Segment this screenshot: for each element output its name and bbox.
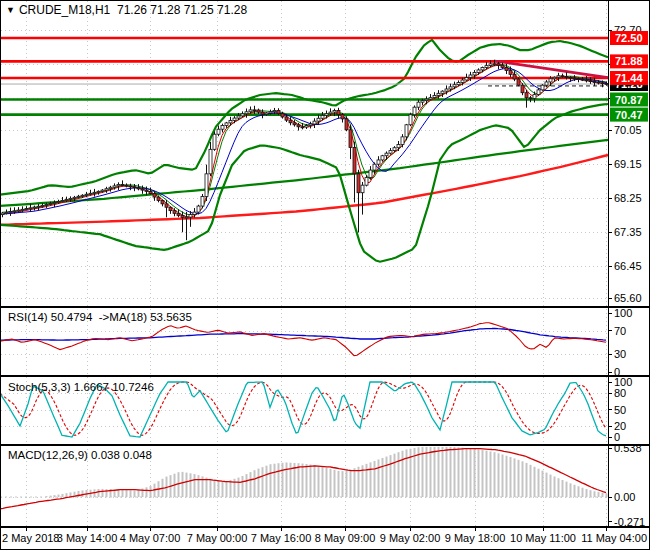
bear-candle [593, 81, 596, 82]
bull-candle [373, 164, 376, 170]
bull-candle [481, 67, 484, 70]
rsi-indicator-label: RSI(14) 50.4794 ->MA(18) 53.5635 [8, 311, 192, 323]
bear-candle [525, 93, 528, 98]
bear-candle [341, 115, 344, 119]
bull-candle [549, 79, 552, 82]
time-axis-label: 4 May 07:00 [120, 532, 181, 544]
bear-candle [141, 189, 144, 190]
bull-candle [93, 192, 96, 193]
bear-candle [297, 125, 300, 127]
bull-candle [313, 121, 316, 124]
bull-candle [533, 95, 536, 99]
bull-candle [61, 200, 64, 201]
rsi-line [0, 323, 606, 356]
bull-candle [421, 101, 424, 103]
bull-candle [321, 115, 324, 118]
bull-candle [449, 87, 452, 89]
bull-candle [113, 186, 116, 187]
bull-candle [49, 203, 52, 204]
bull-candle [453, 85, 456, 87]
ohlc-readout: 71.26 71.28 71.25 71.28 [117, 3, 247, 17]
main-axis-tick-label: 69.15 [614, 158, 642, 170]
price-axis[interactable]: 72.7071.8070.9070.0569.1568.2567.3566.45… [608, 24, 648, 527]
bull-candle [81, 195, 84, 196]
bull-candle [377, 160, 380, 164]
bull-candle [201, 196, 204, 206]
bull-candle [541, 85, 544, 90]
bull-candle [457, 83, 460, 85]
bull-candle [401, 137, 404, 145]
bear-candle [509, 70, 512, 74]
bull-candle [33, 207, 36, 208]
price-badge-value: 70.87 [615, 94, 643, 106]
stoch-indicator-label: Stoch(5,3,3) 1.6667 10.7246 [8, 381, 154, 393]
bull-candle [17, 210, 20, 211]
bull-candle [105, 189, 108, 190]
bull-candle [229, 120, 232, 123]
bear-candle [285, 117, 288, 120]
bear-candle [497, 64, 500, 66]
main-axis-tick-label: 70.05 [614, 124, 642, 136]
bear-candle [349, 130, 352, 148]
ma-thin-green [2, 64, 606, 214]
trading-chart-window: 72.7071.8070.9070.0569.1568.2567.3566.45… [0, 0, 650, 550]
bear-candle [589, 81, 592, 82]
bear-candle [173, 211, 176, 214]
bull-candle [469, 75, 472, 78]
macd-axis-tick-label: -0.271 [614, 516, 645, 528]
bull-candle [413, 107, 416, 115]
bull-candle [25, 209, 28, 210]
bull-candle [437, 93, 440, 95]
bear-candle [505, 67, 508, 70]
rsi-axis-tick-label: 30 [614, 348, 626, 360]
chart-canvas[interactable]: 72.7071.8070.9070.0569.1568.2567.3566.45… [0, 0, 650, 550]
bear-candle [125, 185, 128, 186]
bear-candle [565, 76, 568, 77]
bull-candle [429, 98, 432, 100]
price-badge-value: 70.47 [615, 109, 643, 121]
price-badge-value: 71.44 [615, 72, 643, 84]
bull-candle [97, 191, 100, 192]
bull-candle [365, 178, 368, 186]
stoch-axis-tick-label: 50 [614, 404, 626, 416]
bear-candle [573, 78, 576, 79]
time-axis-label: 9 May 02:00 [380, 532, 441, 544]
ma-thin-blue [2, 69, 606, 215]
main-axis-tick-label: 66.45 [614, 260, 642, 272]
main-axis-tick-label: 67.35 [614, 226, 642, 238]
symbol-period-label: CRUDE_M18,H1 [19, 3, 110, 17]
bull-candle [37, 206, 40, 207]
rsi-axis-tick-label: 70 [614, 325, 626, 337]
bull-candle [209, 149, 212, 174]
bull-candle [361, 185, 364, 193]
bear-candle [577, 79, 580, 80]
bull-candle [265, 113, 268, 114]
ascending-green-line [0, 140, 608, 206]
bull-candle [245, 112, 248, 114]
bull-candle [21, 209, 24, 210]
time-axis-label: 7 May 00:00 [187, 532, 248, 544]
candlesticks[interactable] [1, 60, 608, 241]
bull-candle [185, 217, 188, 218]
bull-candle [325, 114, 328, 116]
time-axis-label: 9 May 18:00 [445, 532, 506, 544]
time-axis-label: 3 May 14:00 [57, 532, 118, 544]
bull-candle [317, 118, 320, 121]
bear-candle [345, 119, 348, 130]
bull-candle [9, 212, 12, 213]
bear-candle [353, 147, 356, 173]
main-axis-tick-label: 68.25 [614, 192, 642, 204]
bull-candle [205, 174, 208, 197]
bear-candle [153, 194, 156, 197]
time-axis[interactable]: 2 May 20183 May 14:004 May 07:007 May 00… [2, 527, 647, 544]
bull-candle [117, 184, 120, 185]
rsi-panel[interactable] [0, 323, 606, 356]
main-price-panel[interactable] [0, 38, 608, 262]
bear-candle [301, 127, 304, 128]
bull-candle [85, 194, 88, 195]
bull-candle [221, 125, 224, 129]
bull-candle [249, 110, 252, 112]
bull-candle [333, 110, 336, 112]
bull-candle [409, 115, 412, 125]
price-badge-value: 72.50 [615, 32, 643, 44]
